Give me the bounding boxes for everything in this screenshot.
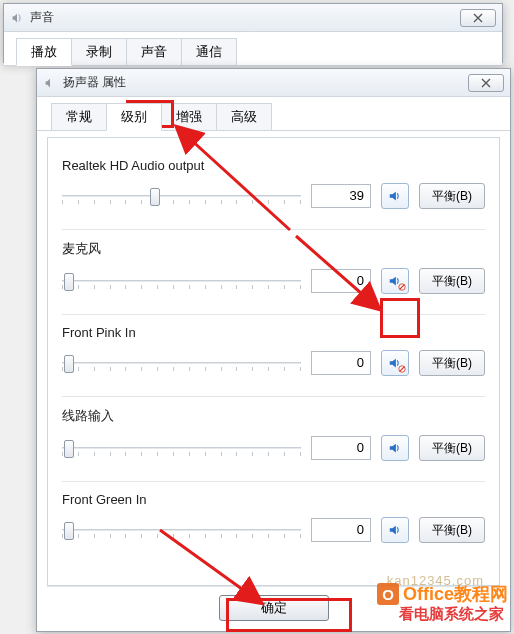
tab-enhancements[interactable]: 增强 xyxy=(161,103,217,130)
volume-slider[interactable] xyxy=(62,186,301,206)
volume-group: Front Pink In0平衡(B) xyxy=(62,315,485,397)
speaker-icon xyxy=(388,523,402,537)
watermark-office: OOffice教程网 xyxy=(377,582,508,606)
watermark-site: 看电脑系统之家 xyxy=(399,605,504,624)
volume-slider[interactable] xyxy=(62,438,301,458)
mute-button[interactable] xyxy=(381,183,409,209)
sound-titlebar: 声音 xyxy=(4,4,502,32)
volume-value[interactable]: 0 xyxy=(311,269,371,293)
close-icon xyxy=(473,13,483,23)
group-label: Realtek HD Audio output xyxy=(62,158,485,173)
volume-group: 麦克风0平衡(B) xyxy=(62,230,485,315)
sound-tabs: 播放 录制 声音 通信 xyxy=(4,32,502,66)
group-row: 0平衡(B) xyxy=(62,517,485,543)
tab-sounds[interactable]: 声音 xyxy=(126,38,182,65)
close-icon xyxy=(481,78,491,88)
group-label: 线路输入 xyxy=(62,407,485,425)
mute-badge-icon xyxy=(398,283,406,291)
balance-button[interactable]: 平衡(B) xyxy=(419,350,485,376)
group-label: 麦克风 xyxy=(62,240,485,258)
group-row: 0平衡(B) xyxy=(62,350,485,376)
mute-badge-icon xyxy=(398,365,406,373)
speaker-title: 扬声器 属性 xyxy=(63,74,126,91)
mute-button[interactable] xyxy=(381,268,409,294)
group-label: Front Green In xyxy=(62,492,485,507)
close-button[interactable] xyxy=(460,9,496,27)
volume-group: 线路输入0平衡(B) xyxy=(62,397,485,482)
volume-value[interactable]: 0 xyxy=(311,518,371,542)
tab-advanced[interactable]: 高级 xyxy=(216,103,272,130)
speaker-icon xyxy=(10,11,24,25)
volume-group: Realtek HD Audio output39平衡(B) xyxy=(62,148,485,230)
tab-communications[interactable]: 通信 xyxy=(181,38,237,65)
group-label: Front Pink In xyxy=(62,325,485,340)
volume-value[interactable]: 39 xyxy=(311,184,371,208)
tab-recording[interactable]: 录制 xyxy=(71,38,127,65)
speaker-properties-window: 扬声器 属性 常规 级别 增强 高级 Realtek HD Audio outp… xyxy=(36,68,511,632)
tab-general[interactable]: 常规 xyxy=(51,103,107,130)
speaker-icon xyxy=(388,189,402,203)
close-button[interactable] xyxy=(468,74,504,92)
speaker-tabs: 常规 级别 增强 高级 xyxy=(37,97,510,131)
volume-value[interactable]: 0 xyxy=(311,351,371,375)
speaker-icon xyxy=(43,76,57,90)
volume-slider[interactable] xyxy=(62,520,301,540)
volume-slider[interactable] xyxy=(62,271,301,291)
speaker-icon xyxy=(388,441,402,455)
mute-button[interactable] xyxy=(381,350,409,376)
group-row: 0平衡(B) xyxy=(62,268,485,294)
sound-title: 声音 xyxy=(30,9,54,26)
tab-playback[interactable]: 播放 xyxy=(16,38,72,66)
group-row: 39平衡(B) xyxy=(62,183,485,209)
group-row: 0平衡(B) xyxy=(62,435,485,461)
volume-slider[interactable] xyxy=(62,353,301,373)
volume-group: Front Green In0平衡(B) xyxy=(62,482,485,563)
balance-button[interactable]: 平衡(B) xyxy=(419,183,485,209)
volume-value[interactable]: 0 xyxy=(311,436,371,460)
ok-button[interactable]: 确定 xyxy=(219,595,329,621)
sound-window: 声音 播放 录制 声音 通信 xyxy=(3,3,503,63)
levels-panel: Realtek HD Audio output39平衡(B)麦克风0平衡(B)F… xyxy=(47,137,500,586)
speaker-titlebar: 扬声器 属性 xyxy=(37,69,510,97)
tab-levels[interactable]: 级别 xyxy=(106,103,162,131)
mute-button[interactable] xyxy=(381,435,409,461)
balance-button[interactable]: 平衡(B) xyxy=(419,435,485,461)
balance-button[interactable]: 平衡(B) xyxy=(419,517,485,543)
balance-button[interactable]: 平衡(B) xyxy=(419,268,485,294)
mute-button[interactable] xyxy=(381,517,409,543)
